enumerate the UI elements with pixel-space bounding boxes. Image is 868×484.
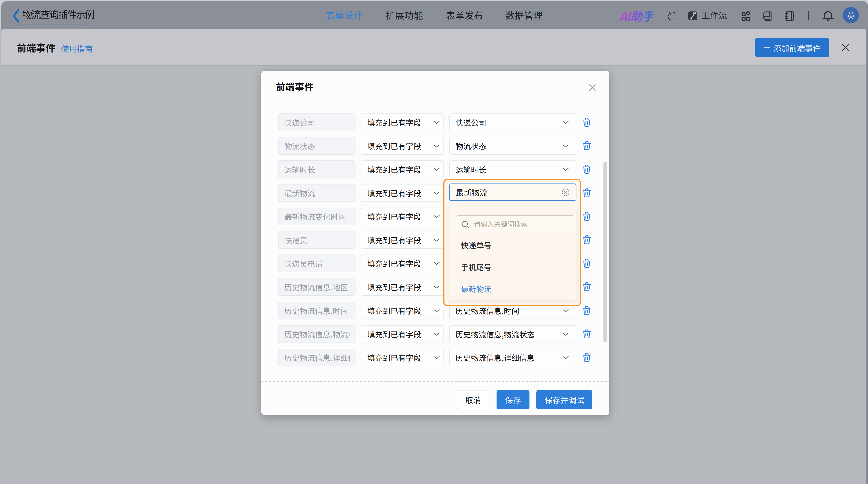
svg-text:A: A [668,11,672,18]
svg-text:中: 中 [672,14,677,21]
